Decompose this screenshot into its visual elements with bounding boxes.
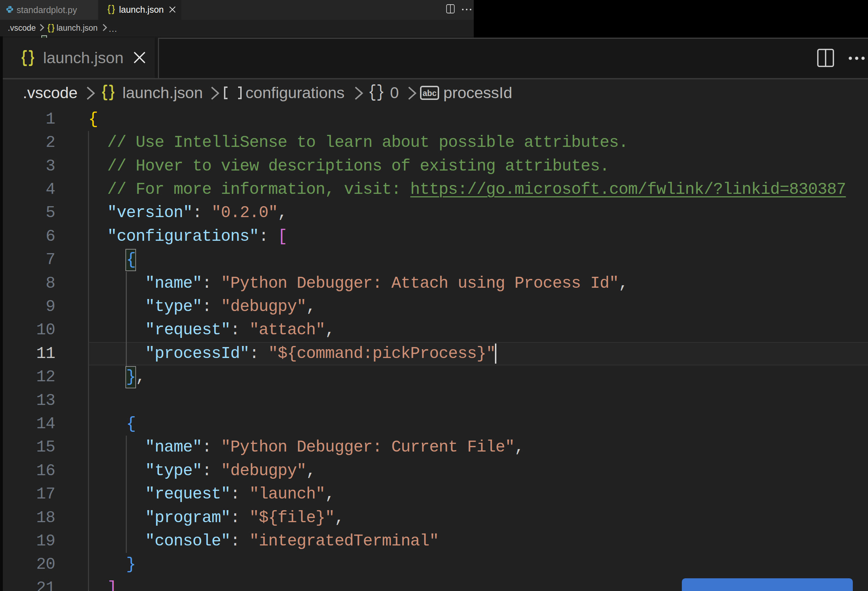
svg-text:abc: abc	[422, 88, 437, 98]
